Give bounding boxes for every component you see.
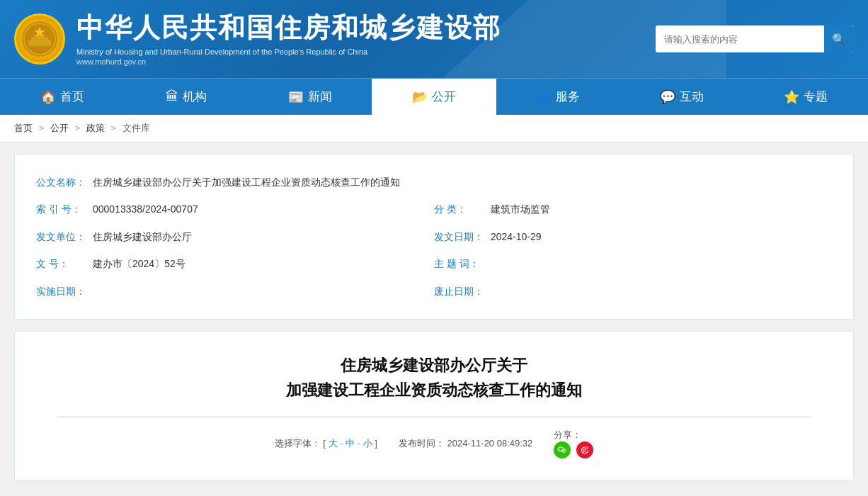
interact-icon: 💬	[660, 89, 675, 105]
header-title-block: 中华人民共和国住房和城乡建设部 Ministry of Housing and …	[76, 12, 501, 66]
font-sep-1: -	[340, 438, 346, 449]
service-icon: 👤	[536, 89, 552, 105]
svg-point-7	[559, 449, 560, 450]
index-label: 索 引 号：	[36, 201, 93, 217]
share-section: 分享：	[554, 429, 593, 458]
keywords-label: 主 题 词：	[434, 256, 491, 271]
doc-title-row: 公文名称： 住房城乡建设部办公厅关于加强建设工程企业资质动态核查工作的通知	[36, 169, 832, 196]
topics-icon: ⭐	[784, 89, 799, 105]
article-title-line2: 加强建设工程企业资质动态核查工作的通知	[57, 378, 811, 402]
search-button[interactable]: 🔍	[824, 26, 854, 52]
svg-point-8	[561, 449, 562, 450]
doc-expiry-row: 废止日期：	[434, 278, 832, 305]
article-meta: 选择字体： [ 大 - 中 - 小 ] 发布时间： 2024-11-20 08:…	[57, 429, 811, 458]
font-size-bracket-open: [	[323, 438, 326, 449]
article-divider	[57, 417, 811, 417]
svg-point-13	[583, 449, 586, 452]
article-title-line1: 住房城乡建设部办公厅关于	[57, 353, 811, 378]
nav-open[interactable]: 📂 公开	[372, 79, 496, 115]
svg-rect-4	[34, 35, 45, 38]
nav-institution[interactable]: 🏛 机构	[124, 79, 248, 115]
breadcrumb-sep-1: >	[39, 123, 47, 133]
doc-info-card: 公文名称： 住房城乡建设部办公厅关于加强建设工程企业资质动态核查工作的通知 索 …	[14, 154, 854, 320]
issue-date-value: 2024-10-29	[491, 229, 542, 244]
breadcrumb-home[interactable]: 首页	[14, 123, 33, 133]
nav-topics-label: 专题	[804, 89, 828, 105]
issuer-value: 住房城乡建设部办公厅	[93, 229, 192, 244]
svg-point-11	[564, 451, 565, 451]
nav-news[interactable]: 📰 新闻	[248, 79, 372, 115]
effective-date-label: 实施日期：	[36, 283, 93, 299]
nav-topics[interactable]: ⭐ 专题	[744, 79, 868, 115]
doc-name-value: 住房城乡建设部办公厅关于加强建设工程企业资质动态核查工作的通知	[93, 174, 400, 190]
font-size-bracket-close: ]	[375, 438, 377, 449]
site-url: www.mohurd.gov.cn	[76, 57, 501, 66]
doc-number-row: 文 号： 建办市〔2024〕52号	[36, 250, 434, 277]
font-size-control: 选择字体： [ 大 - 中 - 小 ]	[275, 437, 377, 450]
site-title-en: Ministry of Housing and Urban-Rural Deve…	[76, 47, 501, 56]
issue-date-label: 发文日期：	[434, 229, 491, 244]
article-title: 住房城乡建设部办公厅关于 加强建设工程企业资质动态核查工作的通知	[57, 353, 811, 402]
doc-issue-date-row: 发文日期： 2024-10-29	[434, 223, 832, 250]
nav-institution-label: 机构	[183, 89, 207, 105]
doc-name-label: 公文名称：	[36, 174, 93, 190]
breadcrumb-sep-3: >	[110, 123, 118, 133]
expiry-date-label: 废止日期：	[434, 283, 491, 299]
news-icon: 📰	[288, 89, 304, 105]
doc-keywords-row: 主 题 词：	[434, 250, 832, 277]
publish-time-label: 发布时间：	[399, 438, 445, 449]
institution-icon: 🏛	[166, 89, 178, 104]
weibo-share-icon[interactable]	[576, 441, 593, 458]
doc-number-label: 文 号：	[36, 256, 93, 271]
doc-number-value: 建办市〔2024〕52号	[93, 256, 185, 271]
nav-news-label: 新闻	[308, 89, 332, 105]
article-card: 住房城乡建设部办公厅关于 加强建设工程企业资质动态核查工作的通知 选择字体： […	[14, 331, 854, 480]
national-emblem	[14, 13, 65, 64]
doc-category-row: 分 类： 建筑市场监管	[434, 196, 832, 222]
breadcrumb-current: 文件库	[122, 123, 150, 133]
nav-interact[interactable]: 💬 互动	[620, 79, 744, 115]
header-left: 中华人民共和国住房和城乡建设部 Ministry of Housing and …	[14, 12, 501, 66]
wechat-share-icon[interactable]	[554, 441, 571, 458]
nav-home[interactable]: 🏠 首页	[0, 79, 124, 115]
category-value: 建筑市场监管	[491, 201, 550, 217]
nav-home-label: 首页	[60, 89, 84, 105]
svg-point-10	[563, 451, 564, 451]
font-sep-2: -	[358, 438, 363, 449]
home-icon: 🏠	[40, 89, 56, 105]
search-input[interactable]	[656, 34, 824, 45]
main-content: 公文名称： 住房城乡建设部办公厅关于加强建设工程企业资质动态核查工作的通知 索 …	[0, 142, 868, 492]
publish-time-value: 2024-11-20 08:49:32	[447, 438, 533, 449]
nav-open-label: 公开	[432, 89, 456, 105]
publish-time: 发布时间： 2024-11-20 08:49:32	[399, 437, 532, 450]
main-nav: 🏠 首页 🏛 机构 📰 新闻 📂 公开 👤 服务 💬 互动 ⭐ 专题	[0, 78, 868, 115]
breadcrumb-sep-2: >	[74, 123, 82, 133]
doc-issuer-row: 发文单位： 住房城乡建设部办公厅	[36, 223, 434, 250]
issuer-label: 发文单位：	[36, 229, 93, 244]
breadcrumb-open[interactable]: 公开	[50, 123, 69, 133]
breadcrumb-policy[interactable]: 政策	[86, 123, 105, 133]
open-icon: 📂	[412, 89, 428, 105]
svg-point-12	[586, 447, 588, 449]
index-value: 000013338/2024-00707	[93, 201, 198, 217]
share-icons	[554, 441, 593, 458]
nav-interact-label: 互动	[680, 89, 704, 105]
doc-left-col: 索 引 号： 000013338/2024-00707 发文单位： 住房城乡建设…	[36, 196, 434, 305]
site-header: 中华人民共和国住房和城乡建设部 Ministry of Housing and …	[0, 0, 868, 78]
font-medium-link[interactable]: 中	[346, 438, 355, 449]
doc-info-grid: 公文名称： 住房城乡建设部办公厅关于加强建设工程企业资质动态核查工作的通知 索 …	[36, 169, 832, 305]
font-small-link[interactable]: 小	[363, 438, 372, 449]
search-box[interactable]: 🔍	[656, 26, 854, 52]
category-label: 分 类：	[434, 201, 491, 217]
site-title-cn: 中华人民共和国住房和城乡建设部	[76, 12, 501, 45]
svg-rect-2	[28, 40, 51, 46]
font-large-link[interactable]: 大	[329, 438, 338, 449]
nav-service-label: 服务	[556, 89, 580, 105]
doc-effective-row: 实施日期：	[36, 278, 434, 305]
font-size-label: 选择字体：	[275, 438, 321, 449]
doc-right-col: 分 类： 建筑市场监管 发文日期： 2024-10-29 主 题 词： 废止日期…	[434, 196, 832, 305]
nav-service[interactable]: 👤 服务	[496, 79, 620, 115]
share-label: 分享：	[554, 429, 581, 440]
breadcrumb: 首页 > 公开 > 政策 > 文件库	[0, 115, 868, 142]
doc-index-row: 索 引 号： 000013338/2024-00707	[36, 196, 434, 222]
